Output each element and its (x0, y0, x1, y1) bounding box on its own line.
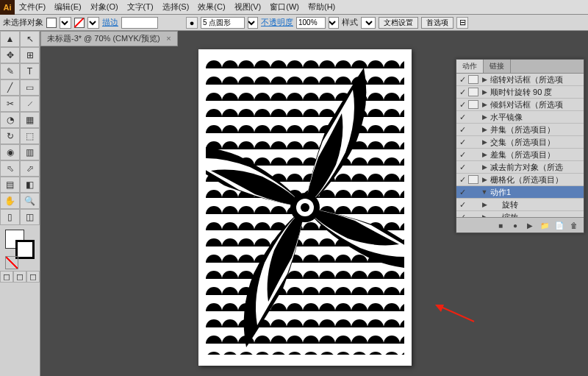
draw-inside-icon[interactable]: ◻ (26, 271, 40, 283)
eraser-tool[interactable]: ▦ (20, 112, 40, 128)
rotate-tool[interactable]: ↻ (0, 128, 20, 144)
document-tab[interactable]: 未标题-3* @ 70% (CMYK/预览) × (40, 31, 178, 46)
none-color-icon[interactable] (5, 256, 18, 269)
menu-type[interactable]: 文字(T) (123, 1, 158, 13)
stroke-dropdown[interactable] (87, 17, 99, 29)
direct-selection-tool[interactable]: ↖ (20, 31, 40, 47)
width-tool[interactable]: ◉ (0, 144, 20, 160)
lasso-tool[interactable]: ⊞ (20, 47, 40, 63)
brush-dropdown[interactable] (248, 17, 258, 29)
action-check-icon[interactable]: ✓ (456, 163, 468, 172)
menu-view[interactable]: 视图(V) (230, 1, 266, 13)
magic-wand-tool[interactable]: ✥ (0, 47, 20, 63)
rectangle-tool[interactable]: ▭ (20, 79, 40, 96)
new-action-icon[interactable]: 📄 (554, 220, 564, 230)
blob-brush-tool[interactable]: ◔ (0, 112, 20, 128)
canvas-area[interactable]: 未标题-3* @ 70% (CMYK/预览) × (40, 31, 588, 376)
scale-tool[interactable]: ⬚ (20, 128, 40, 144)
paintbrush-tool[interactable]: ✂ (0, 96, 20, 112)
preferences-button[interactable]: 首选项 (421, 17, 453, 29)
fill-dropdown[interactable] (60, 17, 71, 29)
action-dialog-icon[interactable] (468, 100, 478, 109)
perspective-tool[interactable]: ⬀ (20, 160, 40, 177)
action-check-icon[interactable]: ✓ (456, 125, 468, 135)
shape-builder-tool[interactable]: ⬁ (0, 160, 20, 177)
eyedropper-tool[interactable]: ✋ (0, 193, 20, 209)
action-row[interactable]: ✓▶交集（所选项目） (456, 136, 584, 149)
expand-arrow-icon[interactable]: ▶ (480, 151, 489, 158)
free-transform-tool[interactable]: ▥ (20, 144, 40, 160)
action-check-icon[interactable]: ✓ (456, 200, 468, 210)
expand-arrow-icon[interactable]: ▶ (480, 176, 489, 183)
close-tab-icon[interactable]: × (166, 34, 171, 43)
menu-select[interactable]: 选择(S) (158, 1, 194, 13)
selection-tool[interactable]: ▲ (0, 31, 20, 47)
menu-file[interactable]: 文件(F) (15, 1, 50, 13)
expand-arrow-icon[interactable]: ▶ (480, 76, 489, 83)
action-row[interactable]: ✓▶栅格化（所选项目） (456, 174, 584, 186)
play-icon[interactable]: ▶ (525, 220, 535, 230)
pencil-tool[interactable]: ⟋ (20, 96, 40, 112)
action-row[interactable]: ✓▼动作1 (456, 186, 584, 199)
menu-effect[interactable]: 效果(C) (193, 1, 229, 13)
action-row[interactable]: ✓▶缩放 (456, 211, 584, 217)
stroke-link[interactable]: 描边 (102, 17, 118, 28)
expand-arrow-icon[interactable]: ▶ (480, 101, 489, 108)
trash-icon[interactable]: 🗑 (569, 220, 579, 230)
type-tool[interactable]: T (20, 63, 40, 79)
align-icon[interactable]: ⊟ (456, 17, 468, 29)
symbol-sprayer-tool[interactable]: ▯ (0, 209, 20, 225)
expand-arrow-icon[interactable]: ▶ (480, 126, 489, 133)
expand-arrow-icon[interactable]: ▼ (480, 188, 489, 196)
stroke-swatch-icon[interactable] (74, 18, 85, 28)
opacity-input[interactable] (296, 17, 326, 29)
action-check-icon[interactable]: ✓ (456, 175, 468, 185)
action-check-icon[interactable]: ✓ (456, 113, 468, 122)
expand-arrow-icon[interactable]: ▶ (480, 163, 489, 171)
column-graph-tool[interactable]: ◫ (20, 209, 40, 225)
style-dropdown[interactable] (361, 17, 376, 29)
action-dialog-icon[interactable] (468, 88, 478, 96)
opacity-dropdown[interactable] (329, 17, 339, 29)
stop-icon[interactable]: ■ (495, 220, 506, 230)
opacity-link[interactable]: 不透明度 (261, 17, 293, 28)
blend-tool[interactable]: 🔍 (20, 193, 40, 209)
pen-tool[interactable]: ✎ (0, 63, 20, 79)
action-row[interactable]: ✓▶倾斜对话框（所选项 (456, 99, 584, 111)
menu-window[interactable]: 窗口(W) (265, 1, 304, 13)
expand-arrow-icon[interactable]: ▶ (480, 88, 489, 96)
action-row[interactable]: ✓▶水平镜像 (456, 111, 584, 124)
action-row[interactable]: ✓▶旋转 (456, 199, 584, 211)
stroke-weight-input[interactable] (121, 17, 158, 29)
fill-stroke-indicator[interactable] (5, 230, 35, 259)
draw-behind-icon[interactable]: ◻ (13, 271, 26, 283)
doc-setup-button[interactable]: 文档设置 (379, 17, 418, 29)
menu-help[interactable]: 帮助(H) (304, 1, 340, 13)
action-row[interactable]: ✓▶减去前方对象（所选 (456, 161, 584, 174)
action-check-icon[interactable]: ✓ (456, 213, 468, 218)
tab-links[interactable]: 链接 (484, 60, 511, 73)
action-check-icon[interactable]: ✓ (456, 88, 468, 97)
action-row[interactable]: ✓▶并集（所选项目） (456, 124, 584, 136)
tab-actions[interactable]: 动作 (456, 60, 484, 73)
expand-arrow-icon[interactable]: ▶ (480, 138, 489, 146)
fill-swatch-icon[interactable] (46, 18, 57, 28)
record-icon[interactable]: ● (510, 220, 520, 230)
action-check-icon[interactable]: ✓ (456, 75, 468, 85)
expand-arrow-icon[interactable]: ▶ (480, 201, 489, 208)
action-check-icon[interactable]: ✓ (456, 188, 468, 197)
action-row[interactable]: ✓▶缩转对话框（所选项 (456, 74, 584, 86)
mesh-tool[interactable]: ▤ (0, 177, 20, 193)
gradient-tool[interactable]: ◧ (20, 177, 40, 193)
action-dialog-icon[interactable] (468, 75, 478, 84)
action-check-icon[interactable]: ✓ (456, 150, 468, 160)
menu-object[interactable]: 对象(O) (86, 1, 123, 13)
action-check-icon[interactable]: ✓ (456, 138, 468, 147)
new-set-icon[interactable]: 📁 (539, 220, 550, 230)
action-check-icon[interactable]: ✓ (456, 100, 468, 110)
expand-arrow-icon[interactable]: ▶ (480, 113, 489, 121)
menu-edit[interactable]: 编辑(E) (50, 1, 86, 13)
action-row[interactable]: ✓▶顺时针旋转 90 度 (456, 86, 584, 99)
expand-arrow-icon[interactable]: ▶ (480, 213, 489, 217)
action-row[interactable]: ✓▶差集（所选项目） (456, 149, 584, 161)
